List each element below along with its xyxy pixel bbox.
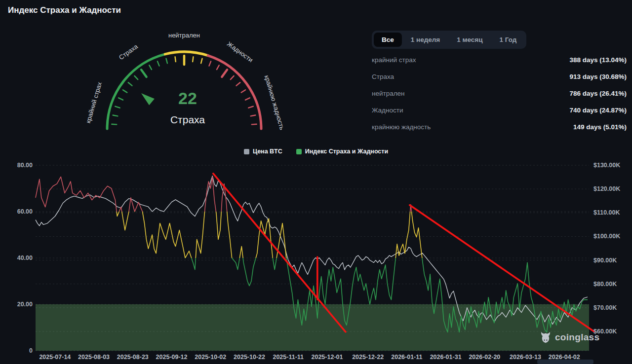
gauge-tick [113,115,118,116]
stats-label: Жадности [372,107,403,114]
y-axis-right-label: $100.00K [593,233,620,240]
chart-legend: Цена BTCИндекс Страха и Жадности [0,148,632,155]
x-axis-label: 2025-10-02 [195,354,226,361]
x-axis-label: 2026-03-13 [510,354,541,361]
gauge-tick [175,57,176,62]
gauge-scale-label: Страха [118,42,140,61]
stats-label: Страха [372,73,394,80]
y-axis-left-label: 60.00 [17,208,33,215]
gauge-tick [112,124,117,125]
stats-label: крайнюю жадность [372,123,431,131]
stats-row: Жадности740 days (24.87%) [372,102,627,118]
coinglass-bull-icon [539,331,552,344]
page-title: Индекс Страха и Жадности [8,5,121,15]
y-axis-left-label: 40.00 [17,255,33,261]
tab-1-month[interactable]: 1 месяц [449,33,490,47]
x-axis-label: 2025-11-11 [273,354,304,361]
gauge-tick [201,59,202,64]
x-axis-label: 2025-09-12 [156,354,188,361]
gauge-tick [241,90,245,92]
legend-swatch-icon [296,149,302,154]
gauge-tick [123,90,127,92]
y-axis-left-label: 0 [29,347,33,354]
stats-row: нейтрален786 days (26.41%) [372,85,627,102]
fear-greed-page: Индекс Страха и Жадности крайний страхСт… [0,0,632,364]
gauge-tick [252,124,257,125]
coinglass-watermark: coinglass [539,331,599,344]
coinglass-watermark-text: coinglass [555,332,599,343]
gauge-scale-label: Жадности [226,40,254,64]
y-axis-right-label: $120.00K [593,185,620,192]
y-axis-right-label: $130.00K [593,162,620,169]
gauge-tick [128,82,132,85]
y-axis-left-label: 80.00 [17,162,33,169]
gauge-tick [141,70,147,77]
gauge-tick [158,61,159,66]
gauge-scale-label: крайний страх [84,81,104,124]
gauge-tick [193,57,193,62]
y-axis-right-label: $90.00K [593,257,617,264]
gauge-scale-label: крайнюю жадность [263,74,286,131]
gauge-scale-label: нейтрален [168,32,200,39]
main-chart: 80.0060.0040.0020.000$130.00K$120.00K$11… [0,160,632,364]
y-axis-right-label: $110.00K [593,209,620,216]
gauge-needle-icon [141,93,155,105]
x-axis-label: 2025-08-03 [78,354,110,361]
gauge-tick [217,65,219,70]
x-axis-label: 2025-12-01 [312,354,343,361]
gauge-tick [118,98,123,100]
fear-greed-gauge: крайний страхСтраханейтраленЖадностикрай… [74,27,306,148]
gauge-canvas: крайний страхСтраханейтраленЖадностикрай… [74,27,306,148]
gauge-tick [248,107,253,108]
range-tabs: Все1 неделя1 месяц1 Год [372,31,526,49]
stats-label: крайний страх [372,56,416,64]
gauge-arc-1 [165,52,208,56]
stats-panel: крайний страх388 days (13.04%)Страха913 … [372,51,627,135]
gauge-tick [149,65,152,70]
x-axis-label: 2025-12-22 [352,354,384,361]
legend-label: Индекс Страха и Жадности [305,148,388,155]
extreme-fear-zone [36,304,589,351]
y-axis-right-label: $70.00K [593,304,617,311]
gauge-tick [251,115,256,116]
gauge-tick [231,76,234,79]
x-axis-label: 2025-08-23 [117,354,149,361]
gauge-value: 22 [153,89,222,108]
gauge-tick [245,98,250,100]
x-axis-label: 2026-02-20 [469,354,500,361]
stats-row: крайний страх388 days (13.04%) [372,51,627,68]
x-axis-label: 2026-01-31 [430,354,462,361]
tab-1-week[interactable]: 1 неделя [403,33,448,47]
scrollbar-thumb[interactable] [537,360,593,364]
tab-all[interactable]: Все [374,33,402,47]
stats-value: 740 days (24.87%) [569,107,627,114]
gauge-tick [209,61,211,66]
legend-swatch-icon [244,149,249,154]
stats-row: крайнюю жадность149 days (5.01%) [372,118,627,135]
stats-value: 149 days (5.01%) [573,123,627,131]
gauge-tick [115,107,120,108]
x-axis-label: 2025-10-22 [234,354,265,361]
gauge-tick [222,70,227,77]
stats-value: 388 days (13.04%) [569,56,627,64]
gauge-classification-label: Страха [153,114,222,126]
gauge-tick [166,59,167,64]
stats-label: нейтрален [372,90,405,97]
stats-value: 786 days (26.41%) [569,90,627,97]
y-axis-left-label: 20.00 [17,301,33,308]
legend-item[interactable]: Индекс Страха и Жадности [296,148,388,155]
stats-row: Страха913 days (30.68%) [372,68,627,85]
tab-1-year[interactable]: 1 Год [491,33,524,47]
stats-value: 913 days (30.68%) [569,73,627,80]
gauge-tick [237,82,240,85]
x-axis-label: 2026-01-11 [391,354,422,361]
x-axis-label: 2025-07-14 [39,354,71,361]
y-axis-right-label: $80.00K [593,281,617,288]
legend-item[interactable]: Цена BTC [244,148,282,155]
legend-label: Цена BTC [253,148,282,155]
gauge-tick [134,76,138,79]
